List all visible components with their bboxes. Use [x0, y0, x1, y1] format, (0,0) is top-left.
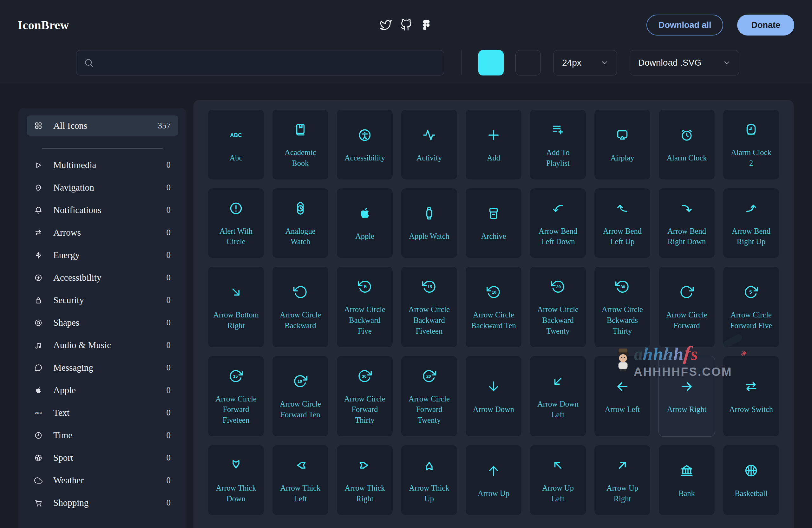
icon-card-arrow-up-right[interactable]: Arrow Up Right	[594, 445, 651, 515]
shopping-cart-icon	[34, 499, 43, 507]
sidebar-item-accessibility[interactable]: Accessibility0	[27, 266, 178, 289]
icon-card-activity[interactable]: Activity	[401, 109, 458, 180]
search-input[interactable]	[76, 50, 444, 75]
icon-card-label: Arrow Up	[478, 488, 509, 499]
icon-card-arrow-bend-left-up[interactable]: Arrow Bend Left Up	[594, 188, 651, 259]
icon-card-arrow-right[interactable]: Arrow Right	[658, 356, 715, 437]
sidebar-item-shopping[interactable]: Shopping0	[27, 492, 178, 514]
sidebar-item-text[interactable]: ABCText0	[27, 401, 178, 424]
empty-color-swatch[interactable]	[516, 50, 541, 75]
icon-card-label: Add	[487, 152, 500, 163]
icon-card-archive[interactable]: Archive	[465, 188, 522, 259]
arrow-right-icon	[679, 379, 694, 394]
icon-card-arrow-bend-right-up[interactable]: Arrow Bend Right Up	[723, 188, 779, 259]
sidebar-item-shapes[interactable]: Shapes0	[27, 311, 178, 334]
sidebar-item-apple[interactable]: Apple0	[27, 379, 178, 401]
arrow-bend-left-down-icon	[551, 201, 565, 216]
icon-card-apple-watch[interactable]: Apple Watch	[401, 188, 458, 259]
icon-card-label: Arrow Circle Bckwards Thirty	[599, 304, 645, 336]
twitter-icon[interactable]	[380, 19, 392, 31]
icon-grid-panel: ABCAbcAcademic BookAccessibilityActivity…	[193, 100, 794, 528]
icon-card-label: Arrow Circle Backward Five	[342, 304, 388, 336]
format-select[interactable]: Download .SVG	[629, 50, 739, 75]
figma-icon[interactable]	[420, 19, 432, 31]
icon-card-arrow-left[interactable]: Arrow Left	[594, 356, 651, 437]
bank-icon	[679, 463, 694, 478]
sidebar-item-audio-music[interactable]: Audio & Music0	[27, 334, 178, 356]
icon-card-apple[interactable]: Apple	[336, 188, 393, 259]
icon-card-arrow-circle-forward-30[interactable]: 30Arrow Circle Forward Thirty	[336, 356, 393, 437]
icon-card-airplay[interactable]: Airplay	[594, 109, 651, 180]
icon-card-arrow-circle-forward-5[interactable]: 5Arrow Circle Forward Five	[723, 266, 779, 347]
icon-card-arrow-bend-left-down[interactable]: Arrow Bend Left Down	[530, 188, 586, 259]
sidebar-item-count: 0	[166, 430, 171, 440]
sidebar-item-messaging[interactable]: Messaging0	[27, 356, 178, 379]
download-all-button[interactable]: Download all	[647, 15, 724, 35]
sidebar-item-security[interactable]: Security0	[27, 289, 178, 311]
sidebar-item-arrows[interactable]: Arrows0	[27, 221, 178, 244]
size-select[interactable]: 24px	[553, 50, 617, 75]
icon-card-arrow-bend-right-down[interactable]: Arrow Bend Right Down	[658, 188, 715, 259]
sidebar-item-notifications[interactable]: Notifications0	[27, 199, 178, 221]
sidebar-item-multimedia[interactable]: Multimedia0	[27, 154, 178, 176]
icon-card-arrow-circle-forward[interactable]: Arrow Circle Forward	[658, 266, 715, 347]
icon-card-bank[interactable]: Bank	[658, 445, 715, 515]
icon-card-arrow-up-left[interactable]: Arrow Up Left	[530, 445, 586, 515]
icon-card-arrow-circle-backward-20[interactable]: 20Arrow Circle Backward Twenty	[530, 266, 586, 347]
icon-card-label: Arrow Circle Backward Fiveteen	[406, 304, 452, 336]
icon-card-label: Arrow Circle Forward Fiveteen	[213, 394, 259, 426]
map-pin-icon	[34, 184, 43, 192]
icon-card-alarm-clock-2[interactable]: Alarm Clock 2	[723, 109, 779, 180]
icon-card-add[interactable]: Add	[465, 109, 522, 180]
icon-card-arrow-circle-forward-10[interactable]: 10Arrow Circle Forward Ten	[272, 356, 329, 437]
archive-icon	[486, 206, 501, 221]
sidebar-item-sport[interactable]: Sport0	[27, 446, 178, 469]
icon-card-arrow-bottom-right[interactable]: Arrow Bottom Right	[208, 266, 264, 347]
iconbrew-page: { "header": { "logo": "IconBrew", "socia…	[0, 0, 812, 528]
icon-card-arrow-thick-down[interactable]: Arrow Thick Down	[208, 445, 264, 515]
soccer-ball-icon	[34, 454, 43, 462]
icon-card-arrow-thick-right[interactable]: Arrow Thick Right	[336, 445, 393, 515]
icon-card-arrow-circle-backward-15[interactable]: 15Arrow Circle Backward Fiveteen	[401, 266, 458, 347]
github-icon[interactable]	[400, 19, 412, 31]
icon-card-arrow-down[interactable]: Arrow Down	[465, 356, 522, 437]
icon-card-arrow-circle-backward-30[interactable]: 30Arrow Circle Bckwards Thirty	[594, 266, 651, 347]
icon-card-label: Activity	[417, 152, 442, 163]
icon-card-arrow-thick-left[interactable]: Arrow Thick Left	[272, 445, 329, 515]
accent-color-swatch[interactable]	[478, 50, 504, 75]
social-links	[380, 19, 432, 31]
sidebar-item-all-icons[interactable]: All Icons 357	[27, 115, 178, 136]
header-buttons: Download all Donate	[647, 15, 794, 35]
icon-card-arrow-circle-forward-20[interactable]: 20Arrow Circle Forward Twenty	[401, 356, 458, 437]
sidebar-item-weather[interactable]: Weather0	[27, 469, 178, 492]
icon-card-alert-with-circle[interactable]: Alert With Circle	[208, 188, 264, 259]
icon-card-accessibility[interactable]: Accessibility	[336, 109, 393, 180]
arrow-circle-backward-10-icon: 10	[486, 285, 501, 299]
svg-text:15: 15	[233, 374, 237, 379]
icon-card-arrow-thick-up[interactable]: Arrow Thick Up	[401, 445, 458, 515]
icon-card-arrow-down-left[interactable]: Arrow Down Left	[530, 356, 586, 437]
sidebar-item-navigation[interactable]: Navigation0	[27, 176, 178, 199]
sidebar-item-time[interactable]: Time0	[27, 424, 178, 446]
sidebar-item-count: 0	[166, 205, 171, 215]
sidebar-item-count: 0	[166, 228, 171, 237]
icon-card-arrow-switch[interactable]: Arrow Switch	[723, 356, 779, 437]
icon-card-arrow-circle-backward-5[interactable]: 5Arrow Circle Backward Five	[336, 266, 393, 347]
icon-card-arrow-circle-backward-10[interactable]: 10Arrow Circle Backward Ten	[465, 266, 522, 347]
icon-card-basketball[interactable]: Basketball	[723, 445, 779, 515]
sidebar-item-energy[interactable]: Energy0	[27, 244, 178, 266]
icon-card-arrow-up[interactable]: Arrow Up	[465, 445, 522, 515]
icon-card-add-to-playlist[interactable]: Add To Playlist	[530, 109, 586, 180]
arrow-switch-icon	[34, 229, 43, 237]
icon-card-analogue-watch[interactable]: Analogue Watch	[272, 188, 329, 259]
svg-text:20: 20	[556, 284, 561, 289]
donate-button[interactable]: Donate	[737, 15, 794, 35]
icon-card-abc[interactable]: ABCAbc	[208, 109, 264, 180]
icon-card-alarm-clock[interactable]: Alarm Clock	[658, 109, 715, 180]
icon-card-arrow-circle-backward[interactable]: Arrow Circle Backward	[272, 266, 329, 347]
icon-card-arrow-circle-forward-15[interactable]: 15Arrow Circle Forward Fiveteen	[208, 356, 264, 437]
sidebar-item-label: Apple	[53, 385, 76, 395]
arrow-circle-forward-15-icon: 15	[229, 369, 243, 383]
icon-card-academic-book[interactable]: Academic Book	[272, 109, 329, 180]
arrow-switch-icon	[744, 379, 758, 394]
